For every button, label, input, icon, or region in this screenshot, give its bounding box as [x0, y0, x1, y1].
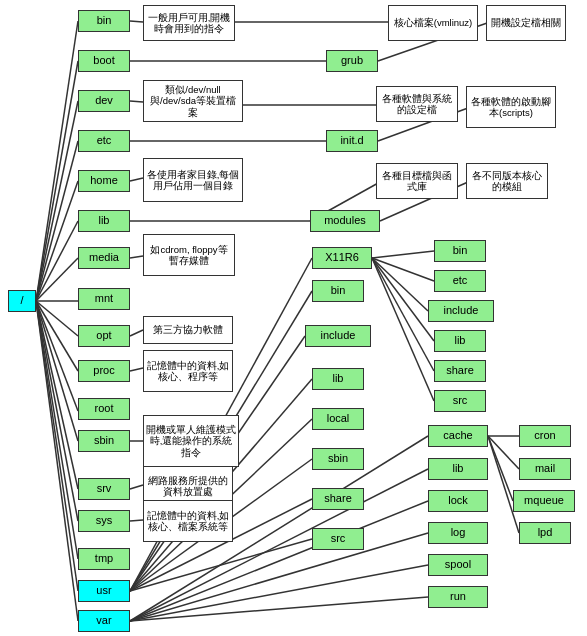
run-node: run — [428, 586, 488, 608]
boot-node: boot — [78, 50, 130, 72]
svg-line-14 — [36, 301, 78, 559]
x11-etc-node: etc — [434, 270, 486, 292]
svg-line-16 — [36, 301, 78, 621]
usr-src-node: src — [312, 528, 364, 550]
svg-line-4 — [36, 181, 78, 301]
dev-node: dev — [78, 90, 130, 112]
var-node: var — [78, 610, 130, 632]
mail-node: mail — [519, 458, 571, 480]
svg-line-59 — [488, 436, 519, 533]
svg-line-0 — [36, 21, 78, 301]
svg-line-48 — [372, 258, 434, 371]
usr-sbin-node: sbin — [312, 448, 364, 470]
svg-line-31 — [130, 330, 143, 336]
usr-node: usr — [78, 580, 130, 602]
x11-bin-node: bin — [434, 240, 486, 262]
home-node: home — [78, 170, 130, 192]
modules-node: modules — [310, 210, 380, 232]
desc-sbin: 開機或單人維護模式時,還能操作的系統指令 — [143, 415, 239, 467]
svg-line-9 — [36, 301, 78, 371]
svg-line-32 — [130, 368, 143, 371]
log-node: log — [428, 522, 488, 544]
svg-line-34 — [130, 485, 143, 489]
desc-boot-grub: 開機設定檔相關 — [486, 5, 566, 41]
svg-line-35 — [130, 520, 143, 521]
svg-line-49 — [372, 258, 434, 401]
desc-lib-target: 各種目標檔與函式庫 — [376, 163, 458, 199]
sys-node: sys — [78, 510, 130, 532]
desc-etc-initd: 各種軟體與系統的設定檔 — [376, 86, 458, 122]
svg-line-8 — [36, 301, 78, 336]
mnt-node: mnt — [78, 288, 130, 310]
svg-line-47 — [372, 258, 434, 341]
filesystem-diagram: / bin boot dev etc home lib media mnt op… — [0, 0, 587, 636]
svg-line-2 — [36, 101, 78, 301]
desc-dev: 類似/dev/null與/dev/sda等裝置檔案 — [143, 80, 243, 122]
initd-node: init.d — [326, 130, 378, 152]
sbin-node: sbin — [78, 430, 130, 452]
opt-node: opt — [78, 325, 130, 347]
usr-local-node: local — [312, 408, 364, 430]
lpd-node: lpd — [519, 522, 571, 544]
x11-share-node: share — [434, 360, 486, 382]
var-lib-node: lib — [428, 458, 488, 480]
svg-line-30 — [130, 256, 143, 258]
x11-src-node: src — [434, 390, 486, 412]
spool-node: spool — [428, 554, 488, 576]
svg-line-1 — [36, 61, 78, 301]
proc-node: proc — [78, 360, 130, 382]
mqueue-node: mqueue — [513, 490, 575, 512]
grub-node: grub — [326, 50, 378, 72]
svg-line-58 — [488, 436, 513, 501]
desc-proc: 記憶體中的資料,如核心、程序等 — [143, 350, 233, 392]
svg-line-13 — [36, 301, 78, 521]
srv-node: srv — [78, 478, 130, 500]
svg-line-55 — [130, 597, 428, 621]
media-node: media — [78, 247, 130, 269]
svg-line-12 — [36, 301, 78, 489]
tmp-node: tmp — [78, 548, 130, 570]
desc-home: 各使用者家目錄,每個用戶佔用一個目錄 — [143, 158, 243, 202]
root-node: / — [8, 290, 36, 312]
desc-bin: 一般用戶可用,開機時會用到的指令 — [143, 5, 235, 41]
svg-line-25 — [130, 178, 143, 181]
svg-line-10 — [36, 301, 78, 411]
svg-line-57 — [488, 436, 519, 469]
svg-line-43 — [130, 539, 312, 591]
svg-line-44 — [372, 251, 434, 258]
lib-node: lib — [78, 210, 130, 232]
svg-line-15 — [36, 301, 78, 591]
svg-line-21 — [130, 101, 143, 102]
bin-node: bin — [78, 10, 130, 32]
desc-media: 如cdrom, floppy等暫存媒體 — [143, 234, 235, 276]
svg-line-45 — [372, 258, 434, 281]
cache-node: cache — [428, 425, 488, 447]
cron-node: cron — [519, 425, 571, 447]
svg-line-17 — [130, 21, 143, 22]
x11-lib-node: lib — [434, 330, 486, 352]
usr-lib-node: lib — [312, 368, 364, 390]
svg-line-54 — [130, 565, 428, 621]
desc-opt: 第三方協力軟體 — [143, 316, 233, 344]
x11r6-node: X11R6 — [312, 247, 372, 269]
svg-line-3 — [36, 141, 78, 301]
svg-line-11 — [36, 301, 78, 441]
svg-line-5 — [36, 221, 78, 301]
etc-node: etc — [78, 130, 130, 152]
desc-sys: 記憶體中的資料,如核心、檔案系統等 — [143, 500, 233, 542]
svg-line-53 — [130, 533, 428, 621]
svg-line-46 — [372, 258, 428, 311]
usr-share-node: share — [312, 488, 364, 510]
desc-etc-scripts: 各種軟體的啟動腳本(scripts) — [466, 86, 556, 128]
rootdir-node: root — [78, 398, 130, 420]
lock-node: lock — [428, 490, 488, 512]
desc-lib-kernel: 各不同版本核心的模組 — [466, 163, 548, 199]
x11-include-node: include — [428, 300, 494, 322]
svg-line-6 — [36, 258, 78, 301]
usr-bin-node: bin — [312, 280, 364, 302]
usr-include-node: include — [305, 325, 371, 347]
desc-boot-vmlinuz: 核心檔案(vmlinuz) — [388, 5, 478, 41]
